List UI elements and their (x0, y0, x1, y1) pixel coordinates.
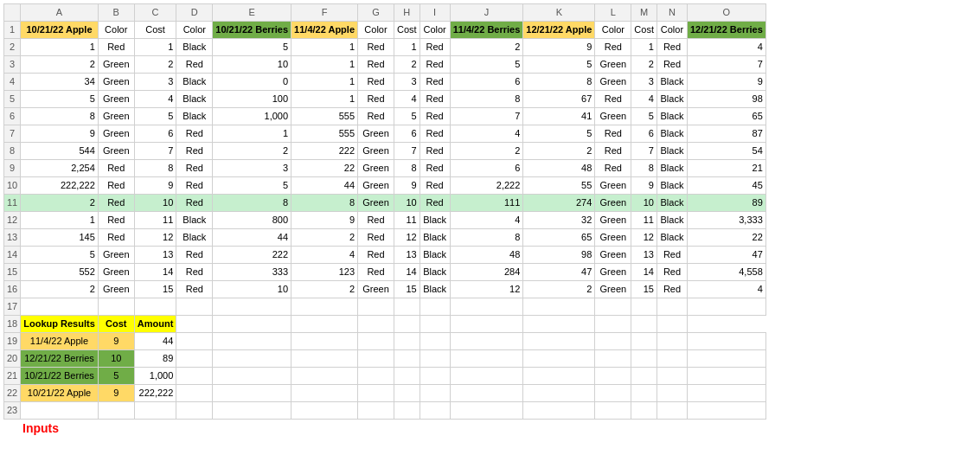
header-color-l: Color (595, 22, 631, 39)
table-row: 13 145Red12Black44 2Red12Black8 65Green1… (4, 229, 766, 247)
lookup-row-19: 19 11/4/22 Apple 9 44 (4, 333, 766, 350)
lookup-amount-4: 222,222 (134, 385, 176, 402)
lookup-cost-3: 5 (98, 368, 134, 385)
col-K-header[interactable]: K (523, 4, 595, 22)
col-L-header[interactable]: L (595, 4, 631, 22)
header-apple-1021: 10/21/22 Apple (21, 22, 99, 39)
spreadsheet-table: A B C D E F G H I J K L M N O 1 10/21/22… (3, 3, 766, 420)
col-D-header[interactable]: D (176, 4, 213, 22)
col-F-header[interactable]: F (291, 4, 358, 22)
lookup-item-1: 11/4/22 Apple (21, 333, 99, 350)
table-row: 8 544Green7Red2 222Green7Red2 2Red7Black… (4, 143, 766, 160)
inputs-label: Inputs (22, 421, 59, 435)
col-E-header[interactable]: E (213, 4, 291, 22)
lookup-amount-3: 1,000 (134, 368, 176, 385)
col-M-header[interactable]: M (631, 4, 657, 22)
row-1-header: 1 (4, 22, 21, 39)
svg-line-0 (176, 331, 213, 333)
table-row-11: 11 2Red10Red8 8Green10Red111 274Green10B… (4, 195, 766, 212)
lookup-header-row: 18 Lookup Results Cost Amount Output/Res… (4, 316, 766, 333)
arrow-annotation (176, 323, 213, 333)
corner-cell (4, 4, 21, 22)
col-G-header[interactable]: G (358, 4, 394, 22)
table-row: 3 2Green2Red10 1Red2Red5 5Green2Red7 (4, 56, 766, 74)
header-cost-c: Cost (134, 22, 176, 39)
lookup-cost-header: Cost (98, 316, 134, 333)
empty-row-23: 23 (4, 402, 766, 420)
lookup-results-header: Lookup Results (21, 316, 99, 333)
header-apple-1221: 12/21/22 Apple (523, 22, 595, 39)
table-row: 16 2Green15Red10 2Green15Black12 2Green1… (4, 281, 766, 298)
empty-row-17: 17 (4, 298, 766, 316)
col-I-header[interactable]: I (420, 4, 450, 22)
lookup-row-20: 20 12/21/22 Berries 10 89 (4, 350, 766, 368)
header-apple-114: 11/4/22 Apple (291, 22, 358, 39)
lookup-item-4: 10/21/22 Apple (21, 385, 99, 402)
col-B-header[interactable]: B (98, 4, 134, 22)
col-C-header[interactable]: C (134, 4, 176, 22)
lookup-cost-2: 10 (98, 350, 134, 368)
header-cost-h: Cost (394, 22, 420, 39)
lookup-cost-4: 9 (98, 385, 134, 402)
header-berries-1021: 10/21/22 Berries (213, 22, 291, 39)
header-berries-114: 11/4/22 Berries (450, 22, 523, 39)
col-J-header[interactable]: J (450, 4, 523, 22)
header-cost-m: Cost (631, 22, 657, 39)
col-H-header[interactable]: H (394, 4, 420, 22)
header-color-n: Color (657, 22, 687, 39)
col-header-row: A B C D E F G H I J K L M N O (4, 4, 766, 22)
lookup-row-22: 22 10/21/22 Apple 9 222,222 (4, 385, 766, 402)
lookup-amount-2: 89 (134, 350, 176, 368)
lookup-amount-1: 44 (134, 333, 176, 350)
table-row: 12 1Red11Black800 9Red11Black4 32Green11… (4, 212, 766, 229)
header-berries-1221: 12/21/22 Berries (687, 22, 765, 39)
col-O-header[interactable]: O (687, 4, 765, 22)
table-row: 10 222,222Red9Red5 44Green9Red2,222 55Gr… (4, 177, 766, 195)
header-color-d: Color (176, 22, 213, 39)
table-row: 2 1Red1Black5 1Red1Red2 9Red1Red4 (4, 39, 766, 56)
lookup-amount-header: Amount (134, 316, 176, 333)
header-color-b: Color (98, 22, 134, 39)
lookup-cost-1: 9 (98, 333, 134, 350)
table-row: 7 9Green6Red1 555Green6Red4 5Red6Black87 (4, 125, 766, 143)
col-N-header[interactable]: N (657, 4, 687, 22)
header-color-g: Color (358, 22, 394, 39)
lookup-item-2: 12/21/22 Berries (21, 350, 99, 368)
header-color-i: Color (420, 22, 450, 39)
col-A-header[interactable]: A (21, 4, 99, 22)
table-row: 5 5Green4Black100 1Red4Red8 67Red4Black9… (4, 91, 766, 108)
table-row: 14 5Green13Red222 4Red13Black48 98Green1… (4, 247, 766, 264)
table-row: 9 2,254Red8Red3 22Green8Red6 48Red8Black… (4, 160, 766, 177)
table-row: 6 8Green5Black1,000 555Red5Red7 41Green5… (4, 108, 766, 125)
data-header-row: 1 10/21/22 Apple Color Cost Color 10/21/… (4, 22, 766, 39)
lookup-item-3: 10/21/22 Berries (21, 368, 99, 385)
lookup-row-21: 21 10/21/22 Berries 5 1,000 (4, 368, 766, 385)
table-row: 4 34Green3Black0 1Red3Red6 8Green3Black9 (4, 74, 766, 91)
table-row: 15 552Green14Red333 123Red14Black284 47G… (4, 264, 766, 281)
